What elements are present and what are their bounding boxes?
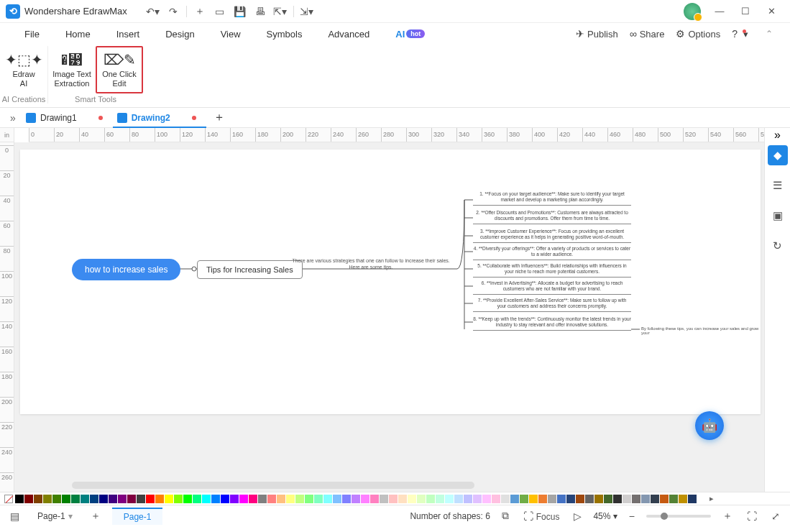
ai-chat-fab[interactable]: 🤖 xyxy=(695,411,724,440)
page-panel-button[interactable]: ☰ xyxy=(768,175,788,196)
menu-insert[interactable]: Insert xyxy=(104,26,153,42)
menu-home[interactable]: Home xyxy=(52,26,104,42)
color-swatch[interactable] xyxy=(62,495,70,503)
color-swatch[interactable] xyxy=(221,495,229,503)
color-swatch[interactable] xyxy=(174,495,183,503)
more-colors-button[interactable]: ▸ xyxy=(709,494,714,503)
mindmap-tip-1[interactable]: 1. **Focus on your target audience**: Ma… xyxy=(473,191,631,206)
close-button[interactable]: ✕ xyxy=(758,1,784,22)
fullscreen-button[interactable]: ⤢ xyxy=(768,509,783,523)
color-swatch[interactable] xyxy=(557,495,566,503)
mindmap-tip-7[interactable]: 7. **Provide Excellent After-Sales Servi… xyxy=(473,298,631,312)
color-swatch[interactable] xyxy=(613,495,622,503)
format-panel-button[interactable]: ◆ xyxy=(768,145,788,165)
color-swatch[interactable] xyxy=(529,495,538,503)
mindmap-tip-6[interactable]: 6. **Invest in Advertising**: Allocate a… xyxy=(473,280,631,295)
new-button[interactable]: ＋ xyxy=(191,3,208,20)
color-swatch[interactable] xyxy=(277,495,285,503)
mindmap-tip-5[interactable]: 5. **Collaborate with Influencers**: Bui… xyxy=(473,263,631,278)
color-swatch[interactable] xyxy=(146,495,155,503)
edraw-ai-button[interactable]: ✦⬚✦ Edraw AI xyxy=(0,46,47,93)
print-button[interactable]: 🖶 xyxy=(252,3,269,20)
layers-button[interactable]: ⧉ xyxy=(499,508,512,523)
color-swatch[interactable] xyxy=(15,495,24,503)
color-swatch[interactable] xyxy=(576,495,584,503)
color-swatch[interactable] xyxy=(71,495,80,503)
color-swatch[interactable] xyxy=(230,495,239,503)
mindmap-tip-4[interactable]: 4. **Diversify your offerings**: Offer a… xyxy=(473,246,631,260)
color-swatch[interactable] xyxy=(333,495,341,503)
color-swatch[interactable] xyxy=(52,495,61,503)
color-swatch[interactable] xyxy=(193,495,201,503)
page-tab[interactable]: Page-1 xyxy=(112,508,163,525)
color-swatch[interactable] xyxy=(202,495,211,503)
fit-page-button[interactable]: ⛶ xyxy=(744,509,760,523)
mindmap-root-node[interactable]: how to increase sales xyxy=(72,259,180,280)
color-swatch[interactable] xyxy=(34,495,42,503)
zoom-value[interactable]: 45% ▾ xyxy=(593,511,617,521)
color-swatch[interactable] xyxy=(137,495,145,503)
color-swatch[interactable] xyxy=(566,495,575,503)
color-swatch[interactable] xyxy=(90,495,98,503)
doc-tab-drawing1[interactable]: Drawing1 xyxy=(22,108,113,127)
save-button[interactable]: 💾 xyxy=(231,3,249,20)
zoom-slider[interactable] xyxy=(646,515,711,518)
color-swatch[interactable] xyxy=(482,495,491,503)
menu-advanced[interactable]: Advanced xyxy=(315,26,382,42)
color-swatch[interactable] xyxy=(520,495,528,503)
color-swatch[interactable] xyxy=(454,495,463,503)
color-swatch[interactable] xyxy=(417,495,426,503)
add-tab-button[interactable]: ＋ xyxy=(206,110,232,125)
color-swatch[interactable] xyxy=(127,495,136,503)
import-button[interactable]: ⇲▾ xyxy=(298,3,316,20)
color-swatch[interactable] xyxy=(669,495,678,503)
menu-file[interactable]: File xyxy=(12,26,52,42)
mindmap-tip-8[interactable]: 8. **Keep up with the trends**: Continuo… xyxy=(473,316,631,331)
presentation-panel-button[interactable]: ▣ xyxy=(768,206,788,226)
menu-view[interactable]: View xyxy=(208,26,254,42)
focus-mode-button[interactable]: ⛶ Focus xyxy=(520,509,563,523)
color-swatch[interactable] xyxy=(436,495,444,503)
collapse-right-panel-button[interactable]: » xyxy=(774,129,781,142)
mindmap-followup-text[interactable]: By following these tips, you can increas… xyxy=(641,326,761,335)
menu-ai[interactable]: AIhot xyxy=(382,26,438,42)
color-swatch[interactable] xyxy=(408,495,416,503)
page-list-button[interactable]: ▤ xyxy=(7,509,22,523)
color-swatch[interactable] xyxy=(538,495,547,503)
color-swatch[interactable] xyxy=(305,495,313,503)
color-swatch[interactable] xyxy=(314,495,323,503)
color-swatch[interactable] xyxy=(398,495,407,503)
zoom-out-button[interactable]: − xyxy=(626,509,638,523)
color-swatch[interactable] xyxy=(688,495,697,503)
color-swatch[interactable] xyxy=(679,495,687,503)
mindmap-tip-2[interactable]: 2. **Offer Discounts and Promotions**: C… xyxy=(473,210,631,224)
color-swatch[interactable] xyxy=(342,495,351,503)
color-swatch[interactable] xyxy=(660,495,669,503)
color-swatch[interactable] xyxy=(492,495,500,503)
open-button[interactable]: ▭ xyxy=(211,3,229,20)
canvas-viewport[interactable]: how to increase sales Tips for Increasin… xyxy=(14,142,764,492)
color-swatch[interactable] xyxy=(445,495,454,503)
color-swatch[interactable] xyxy=(426,495,435,503)
color-swatch[interactable] xyxy=(295,495,304,503)
color-swatch[interactable] xyxy=(389,495,398,503)
color-swatch[interactable] xyxy=(370,495,379,503)
options-button[interactable]: ⚙Options xyxy=(676,28,720,40)
play-button[interactable]: ▷ xyxy=(571,509,584,523)
color-swatch[interactable] xyxy=(286,495,295,503)
horizontal-scrollbar[interactable] xyxy=(72,482,474,489)
mindmap-intro-text[interactable]: There are various strategies that one ca… xyxy=(292,257,450,270)
color-swatch[interactable] xyxy=(651,495,659,503)
color-swatch[interactable] xyxy=(697,495,706,503)
export-button[interactable]: ⇱▾ xyxy=(272,3,289,20)
image-text-extraction-button[interactable]: �⵹ Image Text Extraction xyxy=(48,46,96,93)
color-swatch[interactable] xyxy=(99,495,108,503)
undo-button[interactable]: ↶▾ xyxy=(144,3,162,20)
tabs-expand-button[interactable]: » xyxy=(4,112,22,124)
color-swatch[interactable] xyxy=(24,495,33,503)
color-swatch[interactable] xyxy=(109,495,117,503)
color-swatch[interactable] xyxy=(464,495,472,503)
color-swatch[interactable] xyxy=(155,495,164,503)
publish-button[interactable]: ✈Publish xyxy=(576,28,618,40)
color-swatch[interactable] xyxy=(510,495,519,503)
